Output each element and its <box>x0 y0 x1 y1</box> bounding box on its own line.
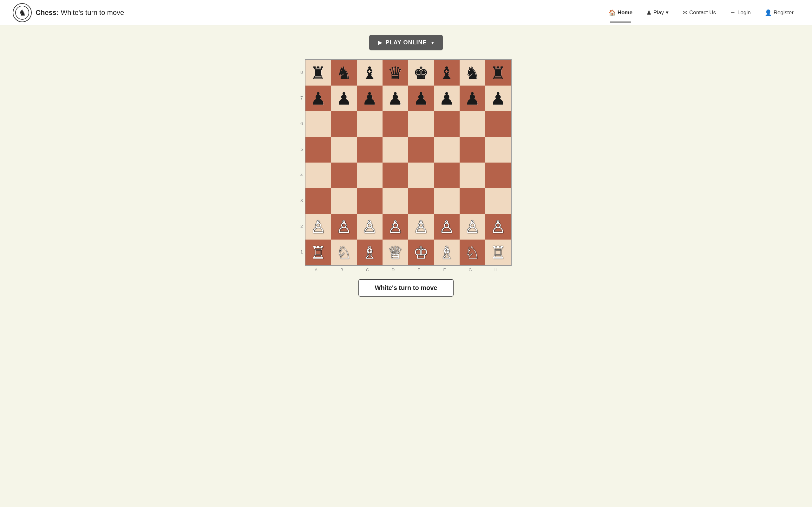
cell-E4[interactable] <box>408 163 434 188</box>
cell-F2[interactable]: ♙ <box>434 214 460 239</box>
cell-E3[interactable] <box>408 188 434 214</box>
cell-B2[interactable]: ♙ <box>331 214 357 239</box>
nav-home[interactable]: 🏠 Home <box>603 7 638 19</box>
cell-F1[interactable]: ♗ <box>434 239 460 265</box>
cell-D8[interactable]: ♛ <box>383 60 408 86</box>
cell-B8[interactable]: ♞ <box>331 60 357 86</box>
cell-C8[interactable]: ♝ <box>357 60 383 86</box>
nav-register[interactable]: 👤 Register <box>759 7 799 19</box>
nav-play[interactable]: ♟ Play ▾ <box>641 7 674 19</box>
cell-A5[interactable] <box>305 137 331 163</box>
piece-2F: ♙ <box>439 218 454 235</box>
cell-F4[interactable] <box>434 163 460 188</box>
nav-contact[interactable]: ✉ Contact Us <box>677 7 722 19</box>
cell-C2[interactable]: ♙ <box>357 214 383 239</box>
piece-8B: ♞ <box>336 64 351 81</box>
cell-H2[interactable]: ♙ <box>485 214 511 239</box>
cell-A1[interactable]: ♖ <box>305 239 331 265</box>
play-online-button[interactable]: ▶ PLAY ONLINE ▾ <box>369 35 443 50</box>
cell-H1[interactable]: ♖ <box>485 239 511 265</box>
brand-logo[interactable]: ♞ Chess: White's turn to move <box>13 3 124 22</box>
cell-E6[interactable] <box>408 111 434 137</box>
cell-H8[interactable]: ♜ <box>485 60 511 86</box>
home-icon: 🏠 <box>609 9 616 16</box>
cell-D5[interactable] <box>383 137 408 163</box>
cell-D4[interactable] <box>383 163 408 188</box>
cell-A6[interactable] <box>305 111 331 137</box>
cell-A3[interactable] <box>305 188 331 214</box>
file-c: C <box>355 267 380 272</box>
cell-G8[interactable]: ♞ <box>460 60 485 86</box>
cell-G7[interactable]: ♟ <box>460 86 485 111</box>
cell-D2[interactable]: ♙ <box>383 214 408 239</box>
cell-A7[interactable]: ♟ <box>305 86 331 111</box>
file-e: E <box>406 267 432 272</box>
cell-C6[interactable] <box>357 111 383 137</box>
piece-2D: ♙ <box>388 218 403 235</box>
cell-C1[interactable]: ♗ <box>357 239 383 265</box>
cell-E7[interactable]: ♟ <box>408 86 434 111</box>
cell-B5[interactable] <box>331 137 357 163</box>
chess-board: ♜♞♝♛♚♝♞♜♟♟♟♟♟♟♟♟♙♙♙♙♙♙♙♙♖♘♗♕♔♗♘♖ <box>305 59 512 266</box>
cell-H5[interactable] <box>485 137 511 163</box>
navbar: ♞ Chess: White's turn to move 🏠 Home ♟ P… <box>0 0 812 25</box>
cell-F8[interactable]: ♝ <box>434 60 460 86</box>
cell-B1[interactable]: ♘ <box>331 239 357 265</box>
cell-C5[interactable] <box>357 137 383 163</box>
cell-E2[interactable]: ♙ <box>408 214 434 239</box>
cell-E5[interactable] <box>408 137 434 163</box>
piece-1D: ♕ <box>388 244 403 261</box>
register-icon: 👤 <box>765 9 772 16</box>
cell-G1[interactable]: ♘ <box>460 239 485 265</box>
cell-B7[interactable]: ♟ <box>331 86 357 111</box>
rank-4: 4 <box>300 162 303 187</box>
cell-C7[interactable]: ♟ <box>357 86 383 111</box>
cell-F7[interactable]: ♟ <box>434 86 460 111</box>
nav-menu: 🏠 Home ♟ Play ▾ ✉ Contact Us → Login 👤 R… <box>603 7 799 19</box>
piece-2E: ♙ <box>413 218 428 235</box>
cell-F5[interactable] <box>434 137 460 163</box>
cell-F3[interactable] <box>434 188 460 214</box>
piece-7G: ♟ <box>465 90 480 107</box>
cell-G4[interactable] <box>460 163 485 188</box>
piece-8A: ♜ <box>310 64 326 81</box>
piece-8D: ♛ <box>388 64 403 81</box>
cell-C3[interactable] <box>357 188 383 214</box>
nav-login[interactable]: → Login <box>724 7 757 18</box>
cell-B6[interactable] <box>331 111 357 137</box>
cell-G5[interactable] <box>460 137 485 163</box>
cell-D3[interactable] <box>383 188 408 214</box>
cell-H7[interactable]: ♟ <box>485 86 511 111</box>
cell-H3[interactable] <box>485 188 511 214</box>
board-container: 8 7 6 5 4 3 2 1 ♜♞♝♛♚♝♞♜♟♟♟♟♟♟♟♟♙♙♙♙♙♙♙♙… <box>300 59 512 272</box>
cell-F6[interactable] <box>434 111 460 137</box>
cell-E8[interactable]: ♚ <box>408 60 434 86</box>
file-d: D <box>380 267 406 272</box>
piece-7F: ♟ <box>439 90 454 107</box>
cell-H6[interactable] <box>485 111 511 137</box>
cell-G3[interactable] <box>460 188 485 214</box>
status-label: White's turn to move <box>375 284 438 291</box>
cell-D6[interactable] <box>383 111 408 137</box>
cell-H4[interactable] <box>485 163 511 188</box>
cell-A8[interactable]: ♜ <box>305 60 331 86</box>
piece-7B: ♟ <box>336 90 351 107</box>
piece-1A: ♖ <box>310 244 326 261</box>
piece-2G: ♙ <box>465 218 480 235</box>
cell-B4[interactable] <box>331 163 357 188</box>
cell-E1[interactable]: ♔ <box>408 239 434 265</box>
horse-icon: ♞ <box>15 6 29 20</box>
piece-8G: ♞ <box>465 64 480 81</box>
piece-2A: ♙ <box>310 218 326 235</box>
play-arrow-icon: ▶ <box>378 40 382 46</box>
play-dropdown-icon: ▾ <box>432 40 434 45</box>
board-wrapper: 8 7 6 5 4 3 2 1 ♜♞♝♛♚♝♞♜♟♟♟♟♟♟♟♟♙♙♙♙♙♙♙♙… <box>300 59 512 266</box>
cell-A2[interactable]: ♙ <box>305 214 331 239</box>
cell-C4[interactable] <box>357 163 383 188</box>
cell-D7[interactable]: ♟ <box>383 86 408 111</box>
cell-D1[interactable]: ♕ <box>383 239 408 265</box>
cell-B3[interactable] <box>331 188 357 214</box>
cell-A4[interactable] <box>305 163 331 188</box>
cell-G2[interactable]: ♙ <box>460 214 485 239</box>
cell-G6[interactable] <box>460 111 485 137</box>
